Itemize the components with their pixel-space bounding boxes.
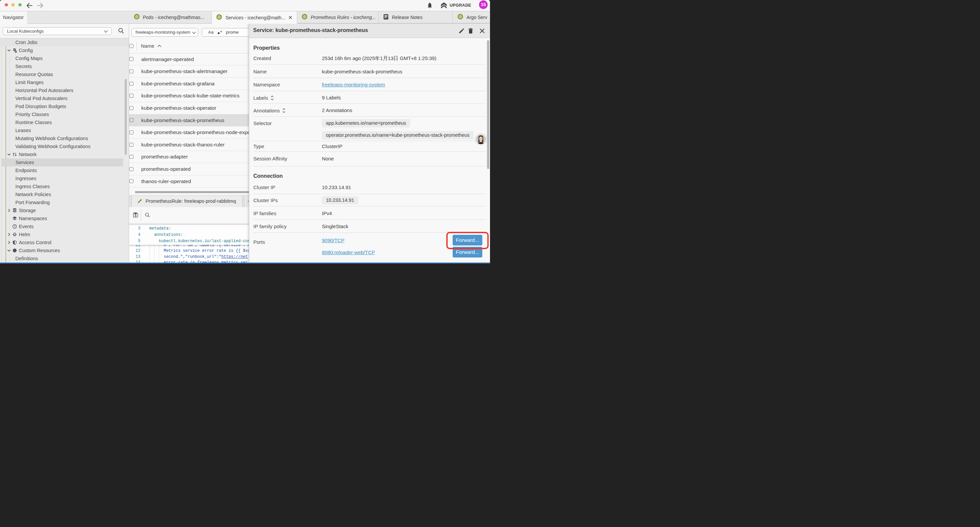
svg-text:*: *: [220, 30, 222, 35]
svg-text:HELM: HELM: [13, 234, 16, 236]
